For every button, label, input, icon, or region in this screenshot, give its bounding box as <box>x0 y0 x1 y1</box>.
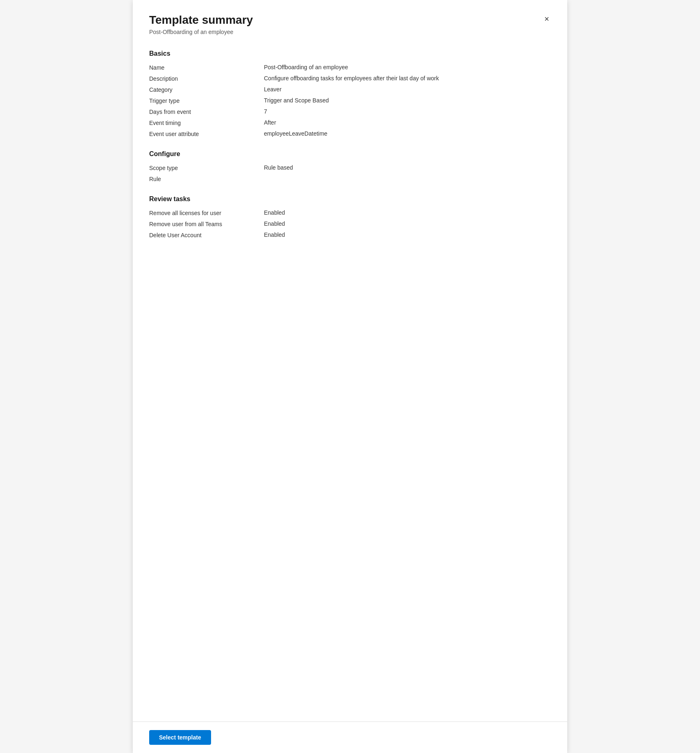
value-name: Post-Offboarding of an employee <box>264 64 551 70</box>
row-event-user-attribute: Event user attribute employeeLeaveDateti… <box>149 130 551 137</box>
value-remove-from-teams: Enabled <box>264 220 551 227</box>
row-rule: Rule <box>149 175 551 182</box>
configure-section-title: Configure <box>149 150 551 158</box>
label-remove-from-teams: Remove user from all Teams <box>149 220 264 227</box>
label-rule: Rule <box>149 175 264 182</box>
label-remove-licenses: Remove all licenses for user <box>149 209 264 216</box>
label-name: Name <box>149 64 264 71</box>
row-remove-from-teams: Remove user from all Teams Enabled <box>149 220 551 227</box>
value-category: Leaver <box>264 86 551 93</box>
label-days-from-event: Days from event <box>149 108 264 115</box>
value-event-user-attribute: employeeLeaveDatetime <box>264 130 551 137</box>
modal-subtitle: Post-Offboarding of an employee <box>149 29 551 35</box>
row-trigger-type: Trigger type Trigger and Scope Based <box>149 97 551 104</box>
configure-section: Configure Scope type Rule based Rule <box>149 150 551 182</box>
value-remove-licenses: Enabled <box>264 209 551 216</box>
value-scope-type: Rule based <box>264 164 551 171</box>
modal-header: Template summary Post-Offboarding of an … <box>133 0 567 42</box>
modal-title: Template summary <box>149 13 551 27</box>
modal-content: Basics Name Post-Offboarding of an emplo… <box>133 42 567 721</box>
label-delete-user-account: Delete User Account <box>149 231 264 238</box>
value-delete-user-account: Enabled <box>264 231 551 238</box>
row-scope-type: Scope type Rule based <box>149 164 551 171</box>
modal-container: Template summary Post-Offboarding of an … <box>133 0 567 753</box>
label-description: Description <box>149 75 264 82</box>
row-remove-licenses: Remove all licenses for user Enabled <box>149 209 551 216</box>
review-tasks-section: Review tasks Remove all licenses for use… <box>149 195 551 238</box>
review-tasks-section-title: Review tasks <box>149 195 551 203</box>
value-description: Configure offboarding tasks for employee… <box>264 75 551 82</box>
label-category: Category <box>149 86 264 93</box>
label-scope-type: Scope type <box>149 164 264 171</box>
label-event-user-attribute: Event user attribute <box>149 130 264 137</box>
basics-section: Basics Name Post-Offboarding of an emplo… <box>149 50 551 137</box>
modal-footer: Select template <box>133 721 567 753</box>
close-button[interactable]: × <box>539 11 554 26</box>
row-description: Description Configure offboarding tasks … <box>149 75 551 82</box>
row-event-timing: Event timing After <box>149 119 551 126</box>
select-template-button[interactable]: Select template <box>149 730 211 745</box>
label-event-timing: Event timing <box>149 119 264 126</box>
row-days-from-event: Days from event 7 <box>149 108 551 115</box>
row-delete-user-account: Delete User Account Enabled <box>149 231 551 238</box>
row-name: Name Post-Offboarding of an employee <box>149 64 551 71</box>
row-category: Category Leaver <box>149 86 551 93</box>
value-days-from-event: 7 <box>264 108 551 115</box>
basics-section-title: Basics <box>149 50 551 57</box>
value-trigger-type: Trigger and Scope Based <box>264 97 551 104</box>
label-trigger-type: Trigger type <box>149 97 264 104</box>
value-event-timing: After <box>264 119 551 126</box>
